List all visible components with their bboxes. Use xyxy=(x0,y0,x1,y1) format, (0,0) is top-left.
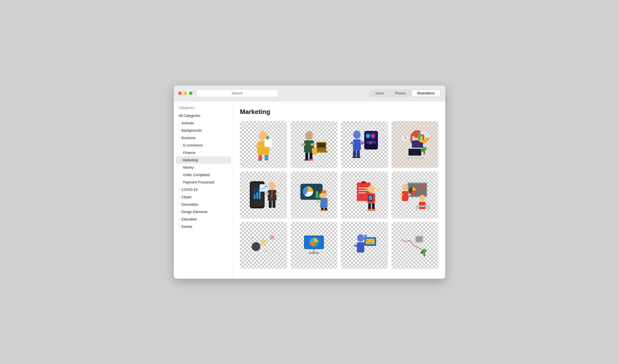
illustration-bg xyxy=(240,172,287,218)
sidebar-item-label: Decoration xyxy=(181,202,198,206)
svg-rect-102 xyxy=(402,191,408,201)
grid-item-12[interactable] xyxy=(391,222,439,269)
sidebar-sub-item-label: Marketing xyxy=(183,158,198,162)
grid-item-5[interactable] xyxy=(240,171,287,218)
grid-item-9[interactable] xyxy=(240,222,287,269)
chevron-down-icon: › xyxy=(179,136,179,139)
svg-rect-92 xyxy=(368,203,371,210)
svg-point-86 xyxy=(368,185,375,193)
tab-icons[interactable]: Icons xyxy=(370,90,389,97)
sidebar-sub-item-label: Money xyxy=(183,165,193,169)
svg-rect-30 xyxy=(353,139,361,150)
sidebar-section-label: Categories xyxy=(174,106,233,112)
illustration-bg xyxy=(291,121,337,168)
sidebar-item-label: Clipart xyxy=(181,195,191,199)
sidebar-item-all[interactable]: All Categories xyxy=(174,112,233,119)
sidebar-item-ecommerce[interactable]: E-commerce xyxy=(174,142,233,149)
svg-rect-109 xyxy=(428,207,429,211)
sidebar-item-clipart[interactable]: › Clipart xyxy=(174,193,233,201)
sidebar-item-design-elements[interactable]: › Design Elements xyxy=(174,208,233,216)
sidebar-item-label: All Categories xyxy=(179,114,200,118)
grid-item-1[interactable]: ✓ xyxy=(240,121,287,168)
sidebar-item-business[interactable]: › Business xyxy=(174,134,233,142)
sidebar-item-order-completed[interactable]: Order Completed xyxy=(174,171,233,179)
sidebar-item-animals[interactable]: › Animals xyxy=(174,119,233,127)
sidebar-item-label: Animals xyxy=(181,121,194,125)
grid-item-10[interactable] xyxy=(290,222,338,269)
svg-text:🛒: 🛒 xyxy=(369,141,373,145)
svg-rect-122 xyxy=(309,252,319,254)
tab-photos[interactable]: Photos xyxy=(390,90,411,97)
sidebar-item-finance[interactable]: Finance xyxy=(174,149,233,156)
svg-rect-20 xyxy=(310,153,312,160)
svg-point-35 xyxy=(352,156,357,158)
sidebar-sub-item-label: Finance xyxy=(183,151,195,155)
svg-point-45 xyxy=(419,133,428,142)
grid-item-11[interactable] xyxy=(341,222,388,269)
illustration-bg xyxy=(240,222,287,269)
sidebar-item-label: Backgrounds xyxy=(181,128,202,132)
svg-point-132 xyxy=(368,242,369,243)
sidebar-item-backgrounds[interactable]: › Backgrounds xyxy=(174,127,233,134)
svg-rect-62 xyxy=(265,193,269,195)
svg-rect-16 xyxy=(317,143,325,147)
grid-item-6[interactable] xyxy=(290,171,338,218)
svg-point-142 xyxy=(421,251,424,254)
search-input[interactable] xyxy=(196,89,278,97)
svg-point-29 xyxy=(353,130,361,139)
grid-item-2[interactable] xyxy=(290,121,338,168)
sidebar-item-label: Business xyxy=(181,136,195,140)
grid-item-3[interactable]: 🛒 xyxy=(341,121,388,168)
svg-point-21 xyxy=(304,159,309,161)
sidebar-item-label: COVID-19 xyxy=(181,188,197,192)
svg-point-60 xyxy=(269,182,275,189)
svg-rect-4 xyxy=(258,155,262,161)
grid-item-8[interactable] xyxy=(391,171,439,218)
svg-rect-135 xyxy=(364,235,367,238)
svg-point-77 xyxy=(324,210,328,211)
svg-rect-56 xyxy=(256,192,258,199)
svg-rect-13 xyxy=(301,143,306,146)
grid-item-7[interactable]: ✓ ✓ ✓ ⚡ ⚡ xyxy=(341,171,388,218)
illustration-image: ✓ xyxy=(247,128,280,161)
content-area: Marketing xyxy=(233,101,445,279)
svg-point-11 xyxy=(305,131,313,140)
illustration-bg: 🛒 xyxy=(341,121,388,168)
sidebar-item-label: Design Elements xyxy=(181,210,208,214)
close-button[interactable] xyxy=(178,91,182,95)
svg-rect-18 xyxy=(312,148,317,154)
sidebar-item-education[interactable]: › Education xyxy=(174,216,233,223)
illustration-image xyxy=(247,229,280,262)
illustration-bg xyxy=(392,222,438,269)
svg-text:✓: ✓ xyxy=(358,189,360,191)
illustration-image xyxy=(297,128,330,161)
svg-rect-93 xyxy=(372,203,375,210)
tab-illustrations[interactable]: Illustrations xyxy=(412,90,440,97)
svg-rect-125 xyxy=(354,245,357,247)
illustration-image xyxy=(247,178,280,212)
illustration-image: ✓ ✓ ✓ ⚡ ⚡ xyxy=(348,178,381,212)
sidebar-item-events[interactable]: › Events xyxy=(174,223,233,230)
maximize-button[interactable] xyxy=(189,91,193,95)
svg-point-51 xyxy=(421,149,424,152)
sidebar-sub-item-label: Payment Processed xyxy=(183,180,214,184)
svg-rect-65 xyxy=(272,201,275,208)
svg-rect-63 xyxy=(275,193,278,195)
illustration-bg xyxy=(341,222,388,269)
sidebar-item-money[interactable]: Money xyxy=(174,164,233,171)
sidebar-item-marketing[interactable]: Marketing xyxy=(176,156,231,164)
sidebar-item-decoration[interactable]: › Decoration xyxy=(174,201,233,208)
svg-rect-79 xyxy=(361,181,366,184)
minimize-button[interactable] xyxy=(184,91,187,95)
illustration-image xyxy=(297,178,330,212)
sidebar-item-payment-processed[interactable]: Payment Processed xyxy=(174,179,233,186)
svg-rect-55 xyxy=(254,195,255,199)
tab-group: Icons Photos Illustrations xyxy=(369,89,441,97)
illustration-bg: ✓ ✓ ✓ ⚡ ⚡ xyxy=(341,172,388,218)
grid-item-4[interactable] xyxy=(391,121,439,168)
chevron-right-icon: › xyxy=(179,203,179,206)
svg-point-134 xyxy=(370,242,371,243)
chevron-right-icon: › xyxy=(179,196,179,198)
illustration-bg xyxy=(392,172,438,218)
sidebar-item-covid19[interactable]: › COVID-19 xyxy=(174,186,233,193)
